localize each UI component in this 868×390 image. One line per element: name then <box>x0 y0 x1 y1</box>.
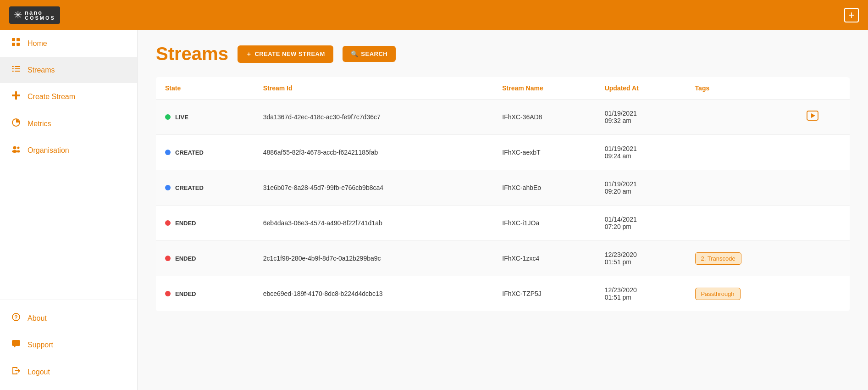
sidebar-item-create-stream[interactable]: Create Stream <box>0 83 137 110</box>
sidebar-label-about: About <box>28 314 47 323</box>
state-label: LIVE <box>175 114 188 121</box>
updated-at-cell: 01/14/202107:20 pm <box>596 206 686 241</box>
svg-point-16 <box>17 150 20 153</box>
table-row[interactable]: ENDED6eb4daa3-06e3-4574-a490-8f22f741d1a… <box>156 206 850 241</box>
updated-at-cell: 01/19/202109:32 am <box>596 100 686 135</box>
action-cell <box>797 170 850 206</box>
svg-marker-21 <box>811 113 815 118</box>
col-actions <box>797 77 850 100</box>
svg-rect-5 <box>15 66 20 67</box>
search-button[interactable]: 🔍 SEARCH <box>343 46 396 62</box>
table-row[interactable]: ENDEDebce69ed-189f-4170-8dc8-b224d4dcbc1… <box>156 276 850 312</box>
col-state: State <box>156 77 254 100</box>
logo-star-icon: ✳ <box>14 9 22 21</box>
chat-icon <box>11 340 21 350</box>
table-row[interactable]: CREATED31e6b07e-8a28-45d7-99fb-e766cb9b8… <box>156 170 850 206</box>
stream-name-cell: IFhXC-36AD8 <box>493 100 595 135</box>
col-tags: Tags <box>686 77 798 100</box>
play-button[interactable] <box>807 111 818 123</box>
grid-icon <box>11 38 21 49</box>
list-icon <box>11 65 21 75</box>
sidebar-item-about[interactable]: ? About <box>0 305 137 332</box>
state-dot <box>165 185 171 190</box>
sidebar-item-support[interactable]: Support <box>0 332 137 358</box>
sidebar-label-streams: Streams <box>28 66 55 74</box>
question-icon: ? <box>11 313 21 323</box>
logo-nano: nano <box>25 10 55 16</box>
sidebar: Home Streams <box>0 30 138 390</box>
tag-badge: 2. Transcode <box>695 252 741 265</box>
col-stream-name: Stream Name <box>493 77 595 100</box>
sidebar-item-metrics[interactable]: Metrics <box>0 110 137 137</box>
table-row[interactable]: ENDED2c1c1f98-280e-4b9f-8d7c-0a12b299ba9… <box>156 241 850 276</box>
logo-box: ✳ nano COSMOS <box>9 6 60 24</box>
svg-point-15 <box>17 147 20 149</box>
users-icon <box>11 145 21 155</box>
logo-area: ✳ nano COSMOS <box>9 6 60 24</box>
state-label: CREATED <box>175 149 204 156</box>
col-stream-id: Stream Id <box>254 77 493 100</box>
state-label: ENDED <box>175 255 196 262</box>
svg-rect-11 <box>12 95 20 96</box>
stream-id-cell: 6eb4daa3-06e3-4574-a490-8f22f741d1ab <box>254 206 493 241</box>
state-cell: CREATED <box>165 149 245 156</box>
sidebar-label-create-stream: Create Stream <box>28 93 75 101</box>
state-dot <box>165 220 171 226</box>
create-new-stream-button[interactable]: ＋ CREATE NEW STREAM <box>238 45 333 63</box>
state-dot <box>165 256 171 261</box>
stream-id-cell: 31e6b07e-8a28-45d7-99fb-e766cb9b8ca4 <box>254 170 493 206</box>
page-title: Streams <box>156 44 228 64</box>
tags-cell: 2. Transcode <box>686 241 798 276</box>
sidebar-item-streams[interactable]: Streams <box>0 57 137 83</box>
action-cell <box>797 241 850 276</box>
main-content: Streams ＋ CREATE NEW STREAM 🔍 SEARCH Sta… <box>138 30 868 390</box>
logo-text: nano COSMOS <box>25 10 55 21</box>
table-header: State Stream Id Stream Name Updated At T… <box>156 77 850 100</box>
streams-table: State Stream Id Stream Name Updated At T… <box>156 77 850 311</box>
stream-name-cell: IFhXC-aexbT <box>493 135 595 170</box>
state-cell: ENDED <box>165 220 245 227</box>
plus-icon-btn: ＋ <box>246 50 252 58</box>
table-row[interactable]: CREATED4886af55-82f3-4678-accb-f62421185… <box>156 135 850 170</box>
stream-name-cell: IFhXC-1zxc4 <box>493 241 595 276</box>
chart-icon <box>11 118 21 129</box>
state-cell: LIVE <box>165 114 245 121</box>
state-cell: CREATED <box>165 184 245 191</box>
top-header: ✳ nano COSMOS + <box>0 0 868 30</box>
sidebar-item-home[interactable]: Home <box>0 30 137 57</box>
stream-id-cell: 4886af55-82f3-4678-accb-f62421185fab <box>254 135 493 170</box>
search-icon-btn: 🔍 <box>351 50 359 57</box>
action-cell <box>797 135 850 170</box>
svg-rect-19 <box>12 340 20 346</box>
page-title-row: Streams ＋ CREATE NEW STREAM 🔍 SEARCH <box>156 44 850 64</box>
tags-cell <box>686 206 798 241</box>
stream-id-cell: 2c1c1f98-280e-4b9f-8d7c-0a12b299ba9c <box>254 241 493 276</box>
stream-id-cell: ebce69ed-189f-4170-8dc8-b224d4dcbc13 <box>254 276 493 312</box>
table-body: LIVE3da1367d-42ec-418c-ac30-fe9f7c7d36c7… <box>156 100 850 312</box>
logo-cosmos: COSMOS <box>25 16 55 21</box>
state-label: ENDED <box>175 290 196 297</box>
body-layout: Home Streams <box>0 30 868 390</box>
state-label: CREATED <box>175 184 204 191</box>
sidebar-bottom: ? About Support <box>0 300 137 390</box>
svg-rect-1 <box>17 38 20 41</box>
sidebar-item-organisation[interactable]: Organisation <box>0 137 137 163</box>
sidebar-label-logout: Logout <box>28 368 50 376</box>
action-cell <box>797 206 850 241</box>
logout-icon <box>11 367 21 377</box>
header-plus-button[interactable]: + <box>844 8 859 22</box>
state-label: ENDED <box>175 220 196 227</box>
table-row[interactable]: LIVE3da1367d-42ec-418c-ac30-fe9f7c7d36c7… <box>156 100 850 135</box>
svg-rect-7 <box>15 68 20 69</box>
updated-at-cell: 01/19/202109:20 am <box>596 170 686 206</box>
action-cell <box>797 276 850 312</box>
svg-rect-6 <box>12 68 14 69</box>
stream-name-cell: IFhXC-TZP5J <box>493 276 595 312</box>
updated-at-cell: 12/23/202001:51 pm <box>596 241 686 276</box>
svg-rect-2 <box>12 43 15 46</box>
sidebar-label-support: Support <box>28 341 53 349</box>
action-cell <box>797 100 850 135</box>
stream-id-cell: 3da1367d-42ec-418c-ac30-fe9f7c7d36c7 <box>254 100 493 135</box>
svg-text:?: ? <box>14 314 17 321</box>
sidebar-item-logout[interactable]: Logout <box>0 358 137 385</box>
